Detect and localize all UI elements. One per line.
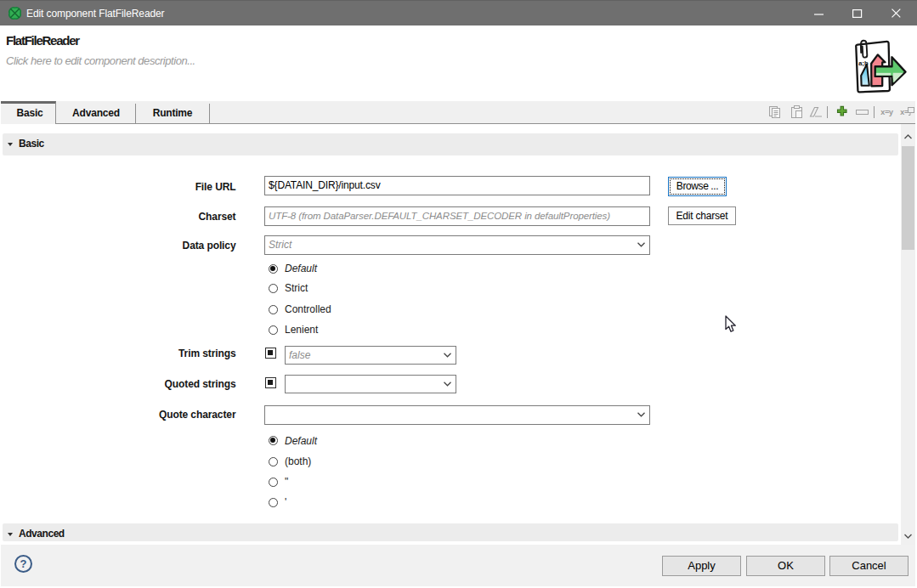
svg-text:x=: x= xyxy=(900,109,909,117)
svg-text:x=y: x=y xyxy=(880,109,894,117)
